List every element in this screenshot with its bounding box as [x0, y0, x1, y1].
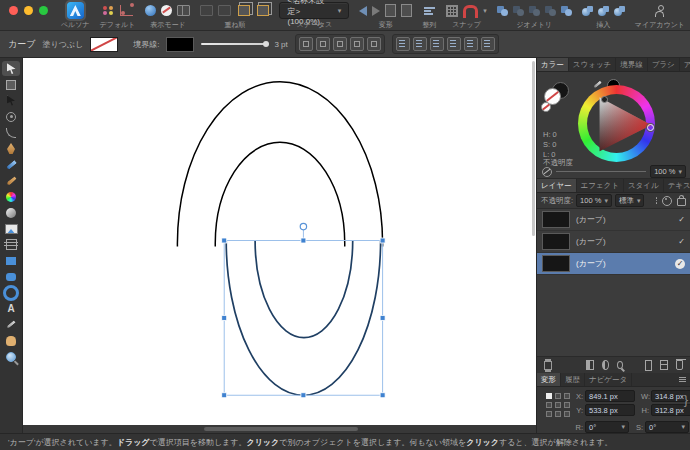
boolean-add-icon[interactable]	[497, 6, 508, 16]
anchor-point-4[interactable]	[555, 402, 561, 408]
stroke-width-slider[interactable]	[201, 43, 267, 45]
layers-tab-エフェクト[interactable]: エフェクト	[577, 179, 624, 192]
split-view-icon[interactable]	[177, 5, 190, 16]
anchor-point-6[interactable]	[546, 411, 552, 417]
node-tool[interactable]	[2, 77, 20, 92]
designer-persona-icon[interactable]	[67, 2, 84, 19]
anchor-point-0[interactable]	[546, 393, 552, 399]
fill-swatch[interactable]	[90, 37, 118, 52]
flip-vertical-icon[interactable]	[372, 6, 380, 16]
hue-selector-dot[interactable]	[647, 124, 654, 131]
layer-thumbnail[interactable]	[542, 255, 570, 272]
adjustment-layer-icon[interactable]	[602, 360, 609, 370]
hide-selection-icon[interactable]	[367, 37, 381, 51]
layer-thumbnail[interactable]	[542, 233, 570, 250]
opacity-slider-thumb[interactable]	[542, 167, 552, 177]
send-to-back-icon[interactable]	[218, 5, 231, 16]
document-status-dropdown[interactable]: <名称未設定> (100.0%) ▾	[279, 2, 349, 19]
rotation-input[interactable]: 0°▾	[585, 421, 629, 433]
pen-tool[interactable]	[2, 141, 20, 156]
layers-tab-スタイル[interactable]: スタイル	[624, 179, 664, 192]
rotate-cw-icon[interactable]	[401, 4, 412, 17]
gradient-tool[interactable]	[2, 189, 20, 204]
fill-stroke-swatches[interactable]	[543, 80, 573, 110]
transform-tab-変形[interactable]: 変形	[537, 373, 561, 386]
align-left-icon[interactable]	[396, 37, 410, 51]
insert-behind-icon[interactable]	[582, 6, 593, 16]
layer-thumbnail[interactable]	[542, 211, 570, 228]
pencil-tool[interactable]	[2, 157, 20, 172]
place-image-tool[interactable]	[2, 221, 20, 236]
live-filter-icon[interactable]	[617, 361, 623, 369]
minimize-window-button[interactable]	[24, 6, 33, 15]
corner-tool[interactable]	[2, 125, 20, 140]
y-input[interactable]: 533.8 px	[585, 404, 635, 416]
hand-tool[interactable]	[2, 333, 20, 348]
layer-row-1[interactable]: (カーブ)✓	[537, 209, 690, 231]
triangle-selector-dot[interactable]	[601, 96, 608, 103]
snap-options-chevron-icon[interactable]: ▾	[483, 7, 487, 15]
group-layers-icon[interactable]	[660, 360, 668, 370]
move-forward-icon[interactable]	[238, 5, 250, 16]
insert-inside-icon[interactable]	[614, 6, 625, 16]
mask-layer-icon[interactable]	[586, 360, 593, 370]
synchronize-defaults-icon[interactable]	[103, 5, 115, 17]
flip-horizontal-icon[interactable]	[359, 6, 367, 16]
vertical-scrollbar-thumb[interactable]	[532, 61, 535, 236]
vector-brush-tool[interactable]	[2, 173, 20, 188]
layer-visibility-checkbox[interactable]: ✓	[678, 237, 685, 246]
bring-to-front-icon[interactable]	[200, 5, 213, 16]
layer-row-3[interactable]: (カーブ)✓	[537, 253, 690, 275]
boolean-combine-icon[interactable]	[561, 6, 572, 16]
color-tab-スウォッチ[interactable]: スウォッチ	[569, 58, 616, 71]
text-tool[interactable]: A	[2, 301, 20, 316]
stroke-swatch[interactable]	[166, 37, 194, 52]
align-middle-icon[interactable]	[464, 37, 478, 51]
anchor-point-2[interactable]	[564, 393, 570, 399]
cycle-selection-box-icon[interactable]	[316, 37, 330, 51]
document-canvas[interactable]	[23, 58, 536, 425]
donut-tool[interactable]	[2, 285, 20, 300]
vector-view-icon[interactable]	[145, 5, 156, 16]
blend-mode-dropdown[interactable]: 標準 ▾	[615, 194, 645, 207]
lock-children-icon[interactable]	[350, 37, 364, 51]
scale-with-object-icon[interactable]	[333, 37, 347, 51]
layers-tab-テキスト[interactable]: テキスト	[664, 179, 690, 192]
boolean-subtract-icon[interactable]	[513, 6, 524, 16]
anchor-point-1[interactable]	[555, 393, 561, 399]
layer-visibility-checkbox[interactable]: ✓	[675, 259, 685, 269]
transform-tab-ナビゲータ[interactable]: ナビゲータ	[585, 373, 632, 386]
boolean-divide-icon[interactable]	[545, 6, 556, 16]
align-center-icon[interactable]	[413, 37, 427, 51]
rotate-ccw-icon[interactable]	[385, 4, 396, 17]
transparency-tool[interactable]	[2, 205, 20, 220]
curve-object-black[interactable]	[177, 82, 382, 405]
delete-layer-icon[interactable]	[676, 360, 683, 370]
point-transform-tool[interactable]	[2, 109, 20, 124]
layers-opacity-dropdown[interactable]: 100 % ▾	[576, 194, 612, 207]
close-window-button[interactable]	[9, 6, 18, 15]
move-tool[interactable]	[2, 61, 20, 76]
move-backward-icon[interactable]	[257, 5, 269, 16]
contour-tool[interactable]	[2, 93, 20, 108]
alignment-icon[interactable]	[424, 6, 435, 16]
layer-visibility-checkbox[interactable]: ✓	[678, 215, 685, 224]
layer-stack-icon[interactable]	[544, 361, 552, 370]
shear-input[interactable]: 0°▾	[645, 421, 689, 433]
insert-on-top-icon[interactable]	[598, 6, 609, 16]
crop-tool[interactable]	[2, 237, 20, 252]
transform-panel-menu-icon[interactable]	[675, 373, 690, 386]
link-dimensions-icon[interactable]: }	[684, 392, 688, 407]
selection-handles[interactable]	[222, 238, 385, 398]
layers-empty-area[interactable]	[537, 275, 690, 356]
transform-tab-履歴[interactable]: 履歴	[561, 373, 585, 386]
my-account-icon[interactable]	[655, 7, 664, 16]
rectangle-tool[interactable]	[2, 253, 20, 268]
pixel-view-icon[interactable]	[161, 5, 172, 16]
anchor-point-5[interactable]	[564, 402, 570, 408]
layers-tab-レイヤー[interactable]: レイヤー	[537, 179, 577, 192]
color-tab-カラー[interactable]: カラー	[537, 58, 569, 71]
new-layer-icon[interactable]	[645, 360, 652, 371]
gear-icon[interactable]	[662, 196, 672, 206]
x-input[interactable]: 849.1 px	[585, 390, 635, 402]
